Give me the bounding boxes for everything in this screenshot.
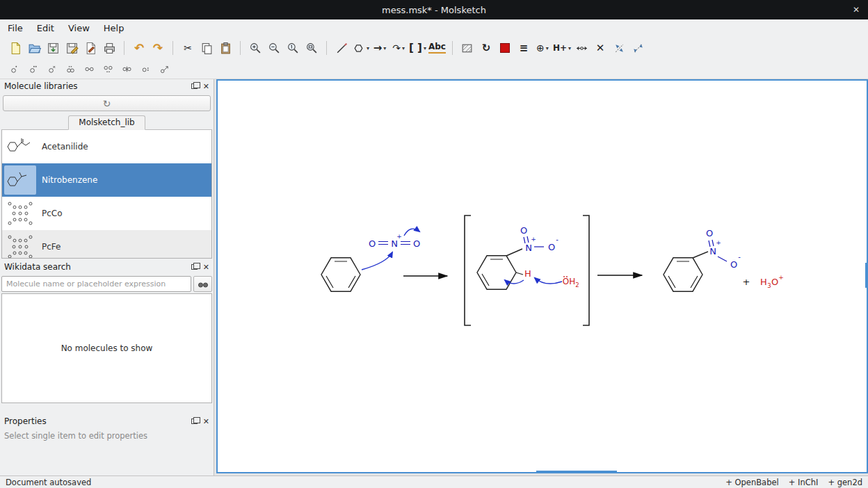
- export-button[interactable]: [82, 40, 99, 56]
- angle-tool-button[interactable]: [157, 63, 171, 76]
- zoom-fit-button[interactable]: [303, 40, 320, 56]
- nitronium-ion[interactable]: O N O +: [369, 233, 420, 249]
- window-close-button[interactable]: ✕: [853, 0, 860, 19]
- zoom-in-button[interactable]: [247, 40, 264, 56]
- molecule-thumbnail: [4, 232, 36, 259]
- float-panel-icon[interactable]: [191, 418, 198, 424]
- atom-label-o[interactable]: O: [413, 238, 420, 249]
- menu-view[interactable]: View: [67, 22, 91, 35]
- arenium-intermediate[interactable]: N + O O - H OH 2: [477, 225, 579, 289]
- ring-tool-button[interactable]: ▾: [352, 40, 369, 56]
- chevron-down-icon[interactable]: ▾: [383, 45, 386, 51]
- atom-label-o[interactable]: O: [730, 259, 737, 270]
- mechanism-arrow-tool-button[interactable]: ↷▾: [390, 40, 407, 56]
- atom-label-o[interactable]: O: [520, 225, 527, 236]
- list-item-pcfe[interactable]: PcFe: [2, 230, 211, 259]
- save-as-icon: [65, 42, 79, 55]
- chevron-down-icon[interactable]: ▾: [568, 45, 571, 51]
- hydronium-ion[interactable]: H 3 O +: [760, 274, 784, 289]
- charge-pair-tool-button[interactable]: [138, 63, 152, 76]
- mechanism-arrow-deprotonation[interactable]: [535, 278, 562, 284]
- hatch-tool-button[interactable]: [459, 40, 476, 56]
- atom-label-n[interactable]: N: [709, 246, 716, 257]
- search-button[interactable]: [193, 276, 212, 292]
- flip-vertical-button[interactable]: [629, 40, 646, 56]
- lone-pair-remove-tool-button[interactable]: [63, 63, 77, 76]
- atom-label-h[interactable]: H: [524, 268, 531, 279]
- list-item-pcco[interactable]: PcCo: [2, 197, 211, 230]
- orbital-tool-button[interactable]: [120, 63, 134, 76]
- align-tool-button[interactable]: [573, 40, 590, 56]
- mechanism-arrow-ring[interactable]: [505, 280, 524, 284]
- cut-button[interactable]: ✂: [179, 40, 196, 56]
- reaction-drawing[interactable]: O N O +: [218, 81, 867, 472]
- refresh-library-button[interactable]: ↻: [3, 95, 211, 111]
- delete-tool-button[interactable]: ✕: [592, 40, 609, 56]
- menu-edit[interactable]: Edit: [35, 22, 56, 35]
- atom-label-n[interactable]: N: [525, 243, 532, 253]
- open-folder-icon: [28, 42, 41, 55]
- new-document-button[interactable]: [7, 40, 24, 56]
- float-panel-icon[interactable]: [191, 264, 198, 270]
- atom-label-o[interactable]: O: [369, 238, 376, 249]
- color-swatch-button[interactable]: [497, 40, 513, 56]
- chevron-down-icon[interactable]: ▾: [402, 45, 405, 51]
- close-panel-icon[interactable]: ✕: [203, 417, 209, 426]
- open-document-button[interactable]: [26, 40, 42, 56]
- atom-label-o[interactable]: O: [548, 242, 555, 252]
- draw-bond-tool-button[interactable]: [333, 40, 350, 56]
- vertical-scrollbar-thumb[interactable]: [865, 263, 868, 288]
- electron-pair-tool-button[interactable]: [101, 63, 115, 76]
- mechanism-arrow-electrons[interactable]: [404, 229, 419, 236]
- radical-add-tool-button[interactable]: [7, 63, 21, 76]
- chevron-down-icon[interactable]: ▾: [367, 45, 369, 51]
- bracket-tool-button[interactable]: [ ]▾: [409, 40, 426, 56]
- main-area: Molecule libraries ✕ ↻ Molsketch_lib: [0, 79, 868, 475]
- paste-button[interactable]: [217, 40, 234, 56]
- sidebar: Molecule libraries ✕ ↻ Molsketch_lib: [0, 79, 214, 475]
- horizontal-scrollbar-thumb[interactable]: [536, 471, 617, 473]
- radical-remove-tool-button[interactable]: [45, 63, 58, 76]
- list-item-acetanilide[interactable]: Acetanilide: [2, 130, 211, 163]
- redo-button[interactable]: ↷: [150, 40, 166, 56]
- lone-pair-add-tool-button[interactable]: [26, 63, 40, 76]
- save-as-button[interactable]: [63, 40, 80, 56]
- nitrobenzene-product[interactable]: N + O O -: [664, 228, 741, 291]
- charge-tool-button[interactable]: ⊕▾: [534, 40, 551, 56]
- close-panel-icon[interactable]: ✕: [203, 82, 209, 91]
- list-item-nitrobenzene[interactable]: Nitrobenzene: [2, 163, 211, 197]
- water-label[interactable]: OH: [563, 277, 575, 286]
- chevron-down-icon[interactable]: ▾: [546, 45, 549, 51]
- chevron-down-icon[interactable]: ▾: [424, 45, 426, 51]
- molecule-search-input[interactable]: [1, 276, 191, 292]
- reaction-arrow-tool-button[interactable]: →▾: [371, 40, 388, 56]
- menu-help[interactable]: Help: [102, 22, 126, 35]
- bracket-right[interactable]: [583, 215, 589, 325]
- text-tool-button[interactable]: Abc: [428, 40, 446, 56]
- drawing-canvas[interactable]: O N O +: [216, 79, 868, 473]
- zoom-original-button[interactable]: [284, 40, 301, 56]
- hydrogen-tool-button[interactable]: H+▾: [553, 40, 571, 56]
- mechanism-arrow-attack[interactable]: [362, 252, 392, 270]
- undo-button[interactable]: ↶: [131, 40, 147, 56]
- zoom-out-button[interactable]: [266, 40, 282, 56]
- hydronium-o[interactable]: O: [771, 277, 778, 287]
- titlebar[interactable]: mess.msk* - Molsketch ✕: [0, 0, 868, 19]
- print-button[interactable]: [101, 40, 118, 56]
- wikidata-search-row: [0, 274, 214, 293]
- atom-label-n[interactable]: N: [391, 238, 398, 249]
- save-button[interactable]: [45, 40, 61, 56]
- float-panel-icon[interactable]: [191, 83, 198, 89]
- rotate-tool-button[interactable]: ↻: [478, 40, 495, 56]
- bracket-left[interactable]: [465, 215, 471, 325]
- copy-button[interactable]: [198, 40, 215, 56]
- flip-horizontal-button[interactable]: [611, 40, 627, 56]
- menu-file[interactable]: File: [6, 22, 24, 35]
- line-width-button[interactable]: ≡: [515, 40, 532, 56]
- hydronium-h[interactable]: H: [760, 277, 767, 287]
- atom-label-o[interactable]: O: [706, 228, 713, 238]
- tab-molsketch-lib[interactable]: Molsketch_lib: [68, 115, 145, 130]
- close-panel-icon[interactable]: ✕: [203, 263, 209, 272]
- benzene-reactant[interactable]: [321, 258, 360, 291]
- bond-electron-tool-button[interactable]: [82, 63, 96, 76]
